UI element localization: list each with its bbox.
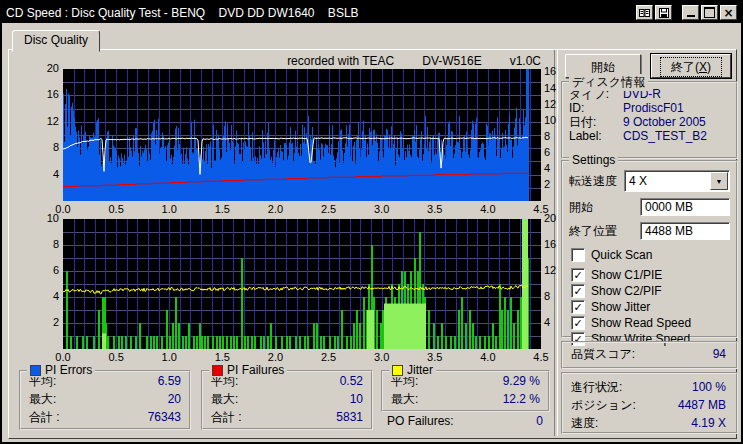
checkbox-quick-scan[interactable]: Quick Scan — [571, 248, 652, 262]
disc-info-row: Label:CDS_TEST_B2 — [563, 129, 736, 143]
recorder-version-text: v1.0C — [510, 54, 541, 68]
axis-tick-label: 4 — [33, 168, 59, 180]
close-icon: × — [723, 8, 733, 18]
stat-row: 最大:10 — [203, 390, 371, 408]
progress-row: 進行状況:100 % — [571, 380, 726, 394]
app-window: CD Speed : Disc Quality Test - BENQ DVD … — [0, 0, 743, 444]
checkbox[interactable] — [571, 300, 585, 314]
disc-info-row: ID:ProdiscF01 — [563, 101, 736, 115]
window-title: CD Speed : Disc Quality Test - BENQ DVD … — [6, 6, 636, 20]
minimize-button[interactable] — [682, 5, 699, 20]
disc-info-title: ディスク情報 — [569, 74, 648, 91]
tab-label: Disc Quality — [24, 33, 88, 47]
checkbox[interactable] — [571, 284, 585, 298]
pi-failures-legend-swatch — [212, 365, 223, 376]
quality-score-value: 94 — [713, 347, 726, 361]
stat-row: 最大:20 — [21, 390, 189, 408]
chart-header: recorded with TEACDV-W516Ev1.0C — [9, 54, 541, 68]
axis-tick-label: 10 — [33, 212, 59, 224]
axis-tick-label: 1.0 — [156, 203, 182, 215]
axis-tick-label: 2.5 — [316, 351, 342, 363]
checkbox[interactable] — [571, 268, 585, 282]
book-icon — [639, 8, 650, 18]
end-position-label: 終了位置 — [569, 223, 640, 240]
tab-page: recorded with TEACDV-W516Ev1.0C 48121620… — [8, 49, 737, 439]
axis-tick-label: 0.5 — [103, 203, 129, 215]
axis-tick-label: 1.5 — [209, 351, 235, 363]
axis-tick-label: 4 — [33, 290, 59, 302]
title-bar[interactable]: CD Speed : Disc Quality Test - BENQ DVD … — [2, 2, 741, 23]
start-position-field[interactable]: 0000 MB — [640, 198, 730, 216]
po-failures-value: 0 — [536, 414, 543, 428]
pi-errors-group-title: PI Errors — [45, 363, 92, 377]
po-failures-label: PO Failures: — [387, 414, 454, 428]
axis-tick-label: 6 — [33, 264, 59, 276]
quality-score-label: 品質スコア: — [571, 347, 635, 361]
axis-tick-label: 2.5 — [316, 203, 342, 215]
axis-tick-label: 0.5 — [103, 351, 129, 363]
quality-score-group: 品質スコア: 94 — [561, 341, 738, 369]
checkbox-show-c1-pie[interactable]: Show C1/PIE — [571, 268, 662, 282]
axis-tick-label: 3.5 — [422, 351, 448, 363]
titlebar-buttons: × — [636, 5, 737, 20]
checkbox[interactable] — [571, 248, 585, 262]
axis-tick-label: 2.0 — [262, 351, 288, 363]
axis-tick-label: 4.0 — [475, 203, 501, 215]
axis-tick-label: 1.0 — [156, 351, 182, 363]
disc-info-group: ディスク情報 タイプ:DVD-R ID:ProdiscF01 日付:9 Octo… — [561, 81, 738, 159]
axis-tick-label: 4.0 — [475, 351, 501, 363]
jitter-legend-swatch — [392, 365, 403, 376]
checkbox-show-jitter[interactable]: Show Jitter — [571, 300, 650, 314]
axis-tick-label: 0.0 — [50, 351, 76, 363]
maximize-button[interactable] — [701, 5, 718, 20]
jitter-group: Jitter 平均:9.29 % 最大:12.2 % — [381, 370, 550, 412]
axis-tick-label: 1.5 — [209, 203, 235, 215]
position-row: ポジション:4487 MB — [571, 398, 726, 412]
po-failures-row: PO Failures: 0 — [387, 414, 543, 428]
axis-tick-label: 2.0 — [262, 203, 288, 215]
axis-tick-label: 16 — [33, 88, 59, 100]
minimize-icon — [687, 15, 695, 17]
tab-disc-quality[interactable]: Disc Quality — [12, 30, 100, 52]
checkbox-show-c2-pif[interactable]: Show C2/PIF — [571, 284, 662, 298]
report-button[interactable] — [636, 5, 653, 20]
axis-tick-label: 3.5 — [422, 203, 448, 215]
end-position-field[interactable]: 4488 MB — [640, 222, 730, 240]
axis-tick-label: 8 — [33, 141, 59, 153]
settings-title: Settings — [569, 153, 618, 167]
quality-score-row: 品質スコア: 94 — [571, 347, 726, 361]
maximize-icon — [704, 7, 715, 18]
pi-errors-legend-swatch — [30, 365, 41, 376]
recorder-drive-text: DV-W516E — [422, 54, 481, 68]
speed-row: 速度:4.19 X — [571, 416, 726, 430]
jitter-group-title: Jitter — [407, 363, 433, 377]
start-position-label: 開始 — [569, 199, 640, 216]
speed-combobox[interactable]: 4 X ▼ — [624, 170, 730, 192]
exit-button[interactable]: 終了(X) — [651, 54, 731, 78]
axis-tick-label: 4.5 — [528, 351, 554, 363]
pi-errors-group: PI Errors 平均:6.59 最大:20 合計 :76343 — [19, 370, 191, 430]
axis-tick-label: 2 — [33, 316, 59, 328]
recorded-with-text: recorded with TEAC — [287, 54, 394, 68]
pi-failures-group: PI Failures 平均:0.52 最大:10 合計 :5831 — [201, 370, 373, 430]
chevron-down-icon: ▼ — [716, 178, 723, 185]
speed-label: 転送速度 — [569, 173, 624, 190]
close-button[interactable]: × — [720, 5, 737, 20]
settings-group: Settings 転送速度 4 X ▼ 開始 0000 MB 終了位置 4488… — [561, 160, 738, 338]
axis-tick-label: 12 — [33, 115, 59, 127]
stat-row: 最大:12.2 % — [383, 390, 548, 408]
checkbox[interactable] — [571, 316, 585, 330]
save-button[interactable] — [655, 5, 672, 20]
checkbox-show-read-speed[interactable]: Show Read Speed — [571, 316, 691, 330]
pi-failures-group-title: PI Failures — [227, 363, 284, 377]
save-icon — [659, 8, 669, 18]
stat-row: 合計 :5831 — [203, 408, 371, 426]
stat-row: 合計 :76343 — [21, 408, 189, 426]
pi-errors-chart — [63, 69, 541, 201]
axis-tick-label: 8 — [33, 238, 59, 250]
combobox-arrow-button[interactable]: ▼ — [710, 172, 728, 190]
pi-failures-jitter-chart — [63, 219, 541, 349]
axis-tick-label: 20 — [33, 62, 59, 74]
progress-group: 進行状況:100 % ポジション:4487 MB 速度:4.19 X — [561, 372, 738, 434]
disc-info-row: 日付:9 October 2005 — [563, 115, 736, 129]
